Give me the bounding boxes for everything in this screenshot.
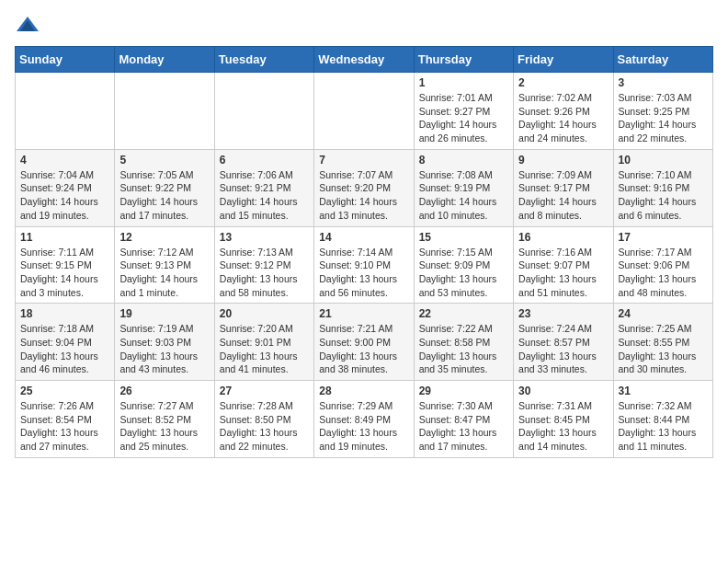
weekday-friday: Friday [514, 47, 613, 73]
day-detail: Sunrise: 7:05 AM Sunset: 9:22 PM Dayligh… [119, 168, 209, 223]
day-number: 30 [518, 385, 608, 397]
day-detail: Sunrise: 7:13 AM Sunset: 9:12 PM Dayligh… [220, 246, 309, 300]
day-detail: Sunrise: 7:11 AM Sunset: 9:15 PM Dayligh… [20, 246, 109, 300]
calendar-cell: 23Sunrise: 7:24 AM Sunset: 8:57 PM Dayli… [514, 304, 613, 381]
day-detail: Sunrise: 7:08 AM Sunset: 9:19 PM Dayligh… [419, 168, 508, 223]
calendar-cell: 21Sunrise: 7:21 AM Sunset: 9:00 PM Dayli… [314, 304, 414, 381]
day-detail: Sunrise: 7:04 AM Sunset: 9:24 PM Dayligh… [20, 168, 109, 223]
day-detail: Sunrise: 7:32 AM Sunset: 8:44 PM Dayligh… [619, 399, 708, 454]
day-detail: Sunrise: 7:22 AM Sunset: 8:58 PM Dayligh… [419, 322, 508, 376]
calendar-cell: 3Sunrise: 7:03 AM Sunset: 9:25 PM Daylig… [613, 73, 712, 150]
weekday-wednesday: Wednesday [314, 47, 414, 73]
calendar-cell: 4Sunrise: 7:04 AM Sunset: 9:24 PM Daylig… [16, 149, 115, 226]
day-detail: Sunrise: 7:18 AM Sunset: 9:04 PM Dayligh… [20, 322, 109, 376]
calendar-week-5: 25Sunrise: 7:26 AM Sunset: 8:54 PM Dayli… [16, 381, 713, 458]
calendar-cell: 14Sunrise: 7:14 AM Sunset: 9:10 PM Dayli… [314, 226, 414, 304]
calendar-cell: 9Sunrise: 7:09 AM Sunset: 9:17 PM Daylig… [514, 149, 613, 226]
logo-icon [15, 15, 40, 35]
day-number: 7 [319, 154, 408, 167]
calendar-cell [115, 73, 214, 150]
day-detail: Sunrise: 7:02 AM Sunset: 9:26 PM Dayligh… [518, 91, 608, 145]
page-header [15, 15, 713, 35]
day-detail: Sunrise: 7:19 AM Sunset: 9:03 PM Dayligh… [119, 322, 209, 376]
day-number: 8 [419, 154, 508, 167]
weekday-sunday: Sunday [16, 47, 115, 73]
day-number: 5 [119, 154, 209, 167]
calendar-cell: 31Sunrise: 7:32 AM Sunset: 8:44 PM Dayli… [613, 381, 712, 458]
day-detail: Sunrise: 7:30 AM Sunset: 8:47 PM Dayligh… [419, 399, 508, 454]
day-number: 12 [119, 231, 209, 244]
day-detail: Sunrise: 7:06 AM Sunset: 9:21 PM Dayligh… [220, 168, 309, 223]
calendar-cell: 8Sunrise: 7:08 AM Sunset: 9:19 PM Daylig… [414, 149, 513, 226]
calendar-cell: 28Sunrise: 7:29 AM Sunset: 8:49 PM Dayli… [314, 381, 414, 458]
calendar-cell: 2Sunrise: 7:02 AM Sunset: 9:26 PM Daylig… [514, 73, 613, 150]
day-number: 2 [518, 76, 608, 89]
calendar-cell: 7Sunrise: 7:07 AM Sunset: 9:20 PM Daylig… [314, 149, 414, 226]
day-number: 17 [619, 231, 708, 244]
day-detail: Sunrise: 7:03 AM Sunset: 9:25 PM Dayligh… [619, 91, 708, 145]
weekday-thursday: Thursday [414, 47, 513, 73]
day-number: 13 [220, 231, 309, 244]
calendar-week-4: 18Sunrise: 7:18 AM Sunset: 9:04 PM Dayli… [16, 304, 713, 381]
weekday-monday: Monday [115, 47, 214, 73]
day-number: 16 [518, 231, 608, 244]
day-detail: Sunrise: 7:29 AM Sunset: 8:49 PM Dayligh… [319, 399, 408, 454]
calendar-cell: 16Sunrise: 7:16 AM Sunset: 9:07 PM Dayli… [514, 226, 613, 304]
day-detail: Sunrise: 7:28 AM Sunset: 8:50 PM Dayligh… [220, 399, 309, 454]
calendar-cell: 11Sunrise: 7:11 AM Sunset: 9:15 PM Dayli… [16, 226, 115, 304]
calendar-cell: 13Sunrise: 7:13 AM Sunset: 9:12 PM Dayli… [214, 226, 313, 304]
weekday-tuesday: Tuesday [214, 47, 313, 73]
weekday-saturday: Saturday [613, 47, 712, 73]
calendar-cell: 26Sunrise: 7:27 AM Sunset: 8:52 PM Dayli… [115, 381, 214, 458]
day-number: 6 [220, 154, 309, 167]
weekday-header-row: SundayMondayTuesdayWednesdayThursdayFrid… [16, 47, 713, 73]
day-detail: Sunrise: 7:24 AM Sunset: 8:57 PM Dayligh… [518, 322, 608, 376]
calendar-week-3: 11Sunrise: 7:11 AM Sunset: 9:15 PM Dayli… [16, 226, 713, 304]
calendar-cell: 25Sunrise: 7:26 AM Sunset: 8:54 PM Dayli… [16, 381, 115, 458]
calendar-cell: 18Sunrise: 7:18 AM Sunset: 9:04 PM Dayli… [16, 304, 115, 381]
day-number: 1 [419, 76, 508, 89]
day-number: 4 [20, 154, 109, 167]
calendar-table: SundayMondayTuesdayWednesdayThursdayFrid… [15, 46, 713, 458]
calendar-cell [314, 73, 414, 150]
calendar-cell: 12Sunrise: 7:12 AM Sunset: 9:13 PM Dayli… [115, 226, 214, 304]
day-detail: Sunrise: 7:31 AM Sunset: 8:45 PM Dayligh… [518, 399, 608, 454]
day-detail: Sunrise: 7:27 AM Sunset: 8:52 PM Dayligh… [119, 399, 209, 454]
calendar-cell [214, 73, 313, 150]
calendar-cell: 24Sunrise: 7:25 AM Sunset: 8:55 PM Dayli… [613, 304, 712, 381]
calendar-cell: 10Sunrise: 7:10 AM Sunset: 9:16 PM Dayli… [613, 149, 712, 226]
day-number: 22 [419, 307, 508, 320]
calendar-cell: 22Sunrise: 7:22 AM Sunset: 8:58 PM Dayli… [414, 304, 513, 381]
day-detail: Sunrise: 7:17 AM Sunset: 9:06 PM Dayligh… [619, 246, 708, 300]
calendar-cell: 27Sunrise: 7:28 AM Sunset: 8:50 PM Dayli… [214, 381, 313, 458]
calendar-cell: 1Sunrise: 7:01 AM Sunset: 9:27 PM Daylig… [414, 73, 513, 150]
day-detail: Sunrise: 7:12 AM Sunset: 9:13 PM Dayligh… [119, 246, 209, 300]
day-detail: Sunrise: 7:01 AM Sunset: 9:27 PM Dayligh… [419, 91, 508, 145]
day-number: 26 [119, 385, 209, 397]
day-detail: Sunrise: 7:09 AM Sunset: 9:17 PM Dayligh… [518, 168, 608, 223]
day-detail: Sunrise: 7:07 AM Sunset: 9:20 PM Dayligh… [319, 168, 408, 223]
day-detail: Sunrise: 7:14 AM Sunset: 9:10 PM Dayligh… [319, 246, 408, 300]
day-number: 31 [619, 385, 708, 397]
day-number: 29 [419, 385, 508, 397]
day-detail: Sunrise: 7:20 AM Sunset: 9:01 PM Dayligh… [220, 322, 309, 376]
calendar-cell: 15Sunrise: 7:15 AM Sunset: 9:09 PM Dayli… [414, 226, 513, 304]
logo [15, 15, 44, 35]
day-detail: Sunrise: 7:25 AM Sunset: 8:55 PM Dayligh… [619, 322, 708, 376]
calendar-cell: 17Sunrise: 7:17 AM Sunset: 9:06 PM Dayli… [613, 226, 712, 304]
day-number: 20 [220, 307, 309, 320]
day-number: 3 [619, 76, 708, 89]
calendar-week-1: 1Sunrise: 7:01 AM Sunset: 9:27 PM Daylig… [16, 73, 713, 150]
day-detail: Sunrise: 7:21 AM Sunset: 9:00 PM Dayligh… [319, 322, 408, 376]
day-number: 27 [220, 385, 309, 397]
day-number: 21 [319, 307, 408, 320]
calendar-cell: 5Sunrise: 7:05 AM Sunset: 9:22 PM Daylig… [115, 149, 214, 226]
calendar-cell: 19Sunrise: 7:19 AM Sunset: 9:03 PM Dayli… [115, 304, 214, 381]
day-number: 24 [619, 307, 708, 320]
day-number: 23 [518, 307, 608, 320]
day-number: 25 [20, 385, 109, 397]
day-detail: Sunrise: 7:15 AM Sunset: 9:09 PM Dayligh… [419, 246, 508, 300]
day-detail: Sunrise: 7:26 AM Sunset: 8:54 PM Dayligh… [20, 399, 109, 454]
day-detail: Sunrise: 7:10 AM Sunset: 9:16 PM Dayligh… [619, 168, 708, 223]
day-number: 28 [319, 385, 408, 397]
